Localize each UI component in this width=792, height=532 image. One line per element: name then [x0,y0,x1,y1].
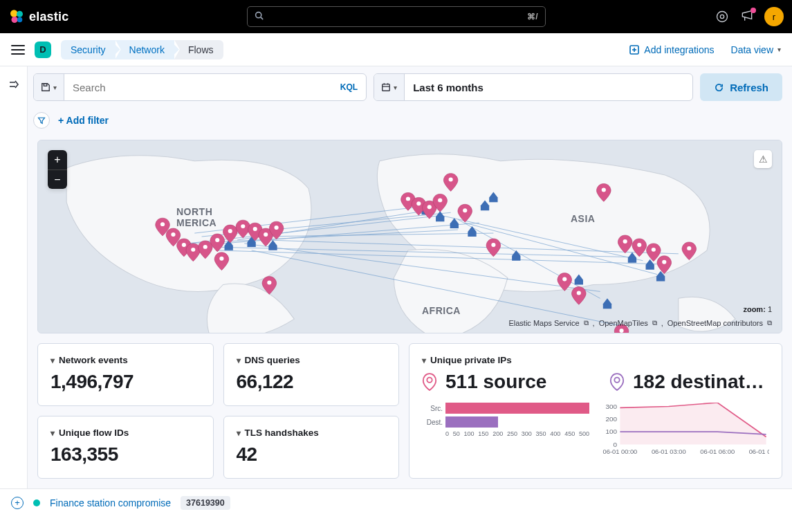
svg-point-34 [160,222,165,226]
newsfeed-icon[interactable] [739,9,755,24]
side-rail [0,66,28,488]
user-avatar[interactable]: r [764,7,784,26]
breadcrumb-security[interactable]: Security [61,40,116,59]
global-search[interactable]: ⌘/ [247,6,546,27]
map-label-africa: AFRICA [422,305,461,316]
stat-network-events: ▾Network events 1,496,797 [37,343,214,406]
svg-point-53 [491,243,495,247]
expand-rail-button[interactable] [8,79,19,488]
main-content: ▾ KQL ▾ Last 6 months Refresh + Add [28,66,792,488]
svg-point-60 [662,260,666,264]
svg-text:06-01 03:00: 06-01 03:00 [652,448,686,455]
chevron-down-icon[interactable]: ▾ [50,356,55,365]
timeline-name-link[interactable]: Finance station compromise [50,497,171,508]
refresh-label: Refresh [730,82,768,93]
svg-text:300: 300 [606,403,618,410]
zoom-out-button[interactable]: − [48,169,67,189]
chevron-down-icon[interactable]: ▾ [237,428,241,438]
svg-point-51 [449,178,453,182]
svg-point-45 [219,257,223,261]
external-link-icon: ⧉ [584,319,589,327]
stat-tls: ▾TLS handshakes 42 [223,416,400,479]
svg-point-44 [275,226,279,230]
svg-point-43 [264,232,268,237]
svg-point-63 [427,378,432,383]
attrib-osm[interactable]: OpenStreetMap contributors [667,319,763,327]
svg-point-62 [619,329,623,333]
svg-point-56 [602,188,606,192]
help-icon[interactable] [715,9,730,24]
brand-text: elastic [29,10,68,24]
zoom-in-button[interactable]: + [48,150,67,169]
svg-point-2 [12,17,18,23]
svg-marker-69 [620,403,766,444]
search-field: ▾ KQL [33,73,367,101]
map-warning-icon[interactable]: ⚠ [754,150,772,168]
chevron-down-icon[interactable]: ▾ [422,356,426,365]
svg-point-57 [623,239,627,244]
svg-point-1 [17,11,23,17]
disk-icon [41,82,50,92]
stat-unique-flow: ▾Unique flow IDs 163,355 [37,416,214,479]
dest-pin-icon [609,373,625,391]
stat-dns-queries: ▾DNS queries 66,122 [223,343,400,406]
svg-point-0 [10,10,18,17]
chevron-down-icon[interactable]: ▾ [237,356,241,365]
chevron-down-icon[interactable]: ▾ [50,428,55,438]
filter-menu-button[interactable] [33,112,50,129]
attrib-omt[interactable]: OpenMapTiles [599,319,648,327]
integrations-icon [629,44,640,55]
global-header: elastic ⌘/ r [0,0,792,33]
filter-icon [37,116,46,125]
attrib-ems[interactable]: Elastic Maps Service [508,319,579,327]
svg-point-52 [463,208,467,212]
svg-point-37 [191,248,195,252]
add-timeline-button[interactable]: + [11,497,24,509]
ip-line-chart: 010020030006-01 00:0006-01 03:0006-01 06… [602,403,769,457]
svg-text:0: 0 [614,441,618,448]
timeline-bar: + Finance station compromise 37619390 [0,488,792,516]
external-link-icon: ⧉ [652,319,657,327]
svg-rect-14 [383,84,390,91]
svg-point-64 [614,378,619,383]
stats-row: ▾Network events 1,496,797 ▾DNS queries 6… [37,343,782,479]
query-lang-toggle[interactable]: KQL [332,82,366,92]
breadcrumb: Security Network Flows [61,40,223,59]
space-badge[interactable]: D [35,42,51,58]
data-view-label: Data view [731,44,773,55]
unique-private-ips-card: ▾Unique private IPs 511 source 182 desti… [409,343,782,479]
date-picker-button[interactable]: ▾ [374,74,405,100]
stat-value: 1,496,797 [50,371,201,393]
sub-header: D Security Network Flows Add integration… [0,33,792,66]
timeline-count-badge: 37619390 [181,496,230,510]
nav-toggle-button[interactable] [11,45,25,55]
saved-query-button[interactable]: ▾ [34,74,64,100]
search-input[interactable] [64,82,332,93]
stat-value: 163,355 [50,443,201,466]
map-zoom-level: zoom: 1 [743,305,772,313]
source-ip-value: 511 source [445,371,546,393]
svg-rect-13 [44,84,46,86]
add-filter-button[interactable]: + Add filter [58,115,109,126]
add-integrations-button[interactable]: Add integrations [629,44,714,55]
svg-point-4 [255,12,261,18]
svg-text:06-01 00:00: 06-01 00:00 [603,448,638,455]
network-map[interactable]: + − ⚠ NORTH MERICA ASIA AFRICA zoom: 1 E… [37,140,782,333]
svg-point-55 [577,291,581,295]
breadcrumb-flows: Flows [174,40,223,59]
svg-point-38 [203,245,208,249]
svg-line-5 [260,17,262,19]
refresh-icon [714,82,724,93]
date-range-text[interactable]: Last 6 months [405,82,492,93]
svg-text:100: 100 [606,428,618,435]
data-view-select[interactable]: Data view ▾ [731,44,781,55]
stat-title: DNS queries [245,355,300,365]
elastic-logo[interactable]: elastic [8,8,68,25]
external-link-icon: ⧉ [767,319,772,327]
map-label-north-america: NORTH MERICA [176,206,217,228]
breadcrumb-network[interactable]: Network [116,40,174,59]
chevron-down-icon: ▾ [53,84,57,91]
svg-point-3 [17,17,23,23]
map-label-asia: ASIA [571,213,595,224]
refresh-button[interactable]: Refresh [700,73,782,101]
